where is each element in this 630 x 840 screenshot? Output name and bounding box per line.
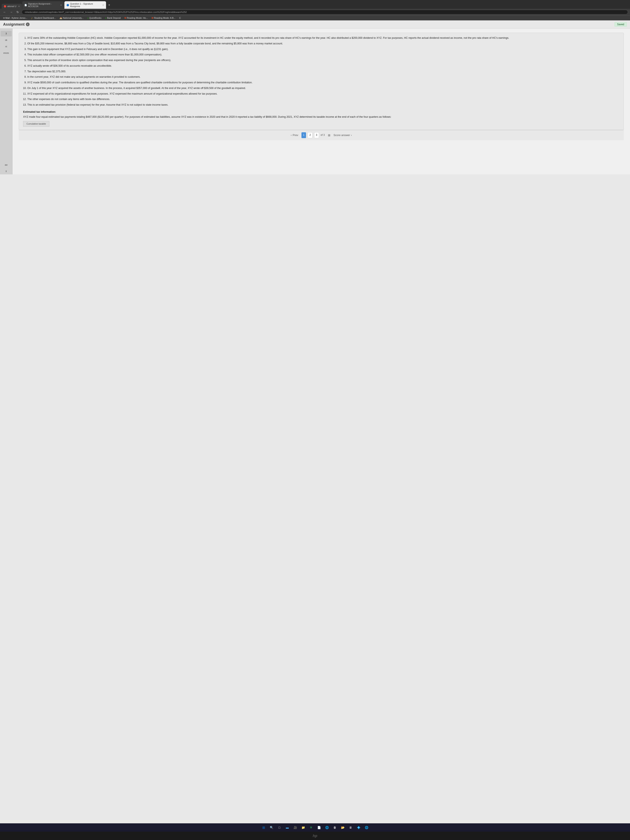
bookmark-reading2-label: Reading Mode: A B... bbox=[154, 17, 175, 19]
tab-bar: 🔴 ational U ✕ 📄 Signature Assignment - A… bbox=[0, 0, 630, 9]
question-text-7: Tax depreciation was $2,375,000. bbox=[27, 70, 66, 73]
page-num-1[interactable]: 1 bbox=[302, 132, 306, 138]
taskbar-monitor[interactable]: 🖥 bbox=[348, 824, 354, 831]
question-item-12: The other expenses do not contain any it… bbox=[27, 97, 619, 101]
taskbar-zoom-icon: 🎥 bbox=[294, 826, 297, 829]
dashboard-icon: 🎓 bbox=[31, 17, 33, 19]
windows-logo-icon: ⊞ bbox=[262, 826, 265, 830]
bookmark-quickbooks[interactable]: ● QuickBooks bbox=[86, 16, 103, 20]
page-header: Assignment i Saved bbox=[0, 21, 630, 28]
taskbar-windows-icon[interactable]: ⊞ bbox=[261, 824, 267, 831]
bookmark-reading1-label: Reading Mode: Ho... bbox=[127, 17, 148, 19]
question-item-4: This includes total officer compensation… bbox=[27, 53, 619, 57]
grid-view-icon[interactable]: ⊞ bbox=[328, 133, 330, 137]
page-num-2[interactable]: 2 bbox=[308, 132, 313, 138]
bookmarks-bar: ✉ Mail - Kylene Jonso... 🎓 Student Dashb… bbox=[0, 16, 630, 20]
sidebar-item-3[interactable]: 3 bbox=[1, 31, 12, 36]
taskbar-edge[interactable]: ▬ bbox=[284, 824, 290, 831]
score-label: Score answer bbox=[333, 134, 350, 137]
taskbar-task-view[interactable]: □ bbox=[276, 824, 282, 831]
reading-mode1-icon: M bbox=[125, 17, 126, 19]
question-item-10: On July 1 of this year XYZ acquired the … bbox=[27, 86, 619, 90]
sidebar-item-nt[interactable]: nt bbox=[1, 44, 12, 49]
taskbar-excel[interactable]: ✖ bbox=[308, 824, 314, 831]
sidebar-item-ll[interactable]: ll bbox=[1, 169, 12, 174]
score-answer-button[interactable]: Score answer › bbox=[333, 134, 352, 137]
cumulative-table-header: Cumulative taxable bbox=[23, 121, 49, 127]
question-list: XYZ owns 30% of the outstanding Hobble C… bbox=[27, 36, 619, 107]
taskbar-doc[interactable]: 📄 bbox=[316, 824, 322, 831]
taskbar-dropbox[interactable]: 💠 bbox=[355, 824, 362, 831]
hp-logo: hp bbox=[313, 834, 317, 838]
new-tab-button[interactable]: + bbox=[106, 2, 112, 8]
saved-badge: Saved bbox=[614, 22, 627, 27]
tab-close-sig[interactable]: ✕ bbox=[60, 4, 62, 6]
sidebar-item-aw[interactable]: aw bbox=[1, 162, 12, 168]
sidebar-item-ok[interactable]: ok bbox=[1, 37, 12, 43]
assignment-label-text: Assignment bbox=[3, 22, 25, 27]
taskbar-browser[interactable]: 🌐 bbox=[324, 824, 330, 831]
tab-national[interactable]: 🔴 ational U ✕ bbox=[2, 4, 22, 9]
address-bar-row: ← → ↻ mheducation.com/ext/map/index.html… bbox=[0, 9, 630, 16]
estimated-tax-header: Estimated tax information: bbox=[23, 110, 619, 114]
taskbar-chrome[interactable]: 🌐 bbox=[363, 824, 369, 831]
question-text-8: In the current year, XYZ did not make an… bbox=[27, 76, 141, 78]
browser-chrome: 🔴 ational U ✕ 📄 Signature Assignment - A… bbox=[0, 0, 630, 21]
forward-button[interactable]: → bbox=[9, 10, 14, 14]
page-num-3[interactable]: 3 bbox=[314, 132, 319, 138]
university-icon: 🏫 bbox=[60, 17, 62, 19]
taskbar-monitor-icon: 🖥 bbox=[349, 826, 352, 829]
question-item-8: In the current year, XYZ did not make an… bbox=[27, 75, 619, 79]
taskbar-doc-icon: 📄 bbox=[317, 826, 321, 829]
tab-sig-assignment[interactable]: 📄 Signature Assignment - ACC621N ✕ bbox=[22, 1, 64, 9]
sidebar: 3 ok nt ences aw ll bbox=[0, 28, 13, 174]
taskbar-edge-icon: ▬ bbox=[286, 826, 289, 829]
question-text-1: XYZ owns 30% of the outstanding Hobble C… bbox=[27, 36, 509, 39]
tab-icon-q1: 🔵 bbox=[66, 4, 69, 6]
tab-icon-national: 🔴 bbox=[4, 5, 6, 8]
taskbar-explorer[interactable]: 📁 bbox=[300, 824, 306, 831]
mail-icon: ✉ bbox=[3, 17, 5, 19]
sidebar-item-ences[interactable]: ences bbox=[1, 50, 12, 56]
bank-deposit-icon: ● bbox=[105, 17, 106, 19]
assignment-info-icon[interactable]: i bbox=[26, 22, 30, 26]
bookmark-university-label: National University... bbox=[63, 17, 84, 19]
taskbar-excel-icon: ✖ bbox=[310, 826, 312, 829]
bookmark-reading-mode-2[interactable]: M Reading Mode: A B... bbox=[151, 16, 177, 20]
taskbar-trash[interactable]: 🗑 bbox=[332, 824, 338, 831]
reading-mode2-icon: M bbox=[152, 17, 153, 19]
tab-close-national[interactable]: ✕ bbox=[18, 5, 20, 8]
bookmark-mail-label: Mail - Kylene Jonso... bbox=[5, 17, 27, 19]
question-item-3: This gain is from equipment that XYZ pur… bbox=[27, 47, 619, 51]
taskbar-explorer-icon: 📁 bbox=[302, 826, 305, 829]
taskbar-zoom[interactable]: 🎥 bbox=[292, 824, 298, 831]
address-bar[interactable]: mheducation.com/ext/map/index.html?_con=… bbox=[22, 10, 628, 14]
page-numbers: 1 2 3 of 3 bbox=[302, 132, 325, 138]
prev-label: Prev bbox=[293, 134, 298, 137]
bookmark-reading-mode-1[interactable]: M Reading Mode: Ho... bbox=[123, 16, 149, 20]
bookmark-national-university[interactable]: 🏫 National University... bbox=[58, 16, 85, 20]
prev-button[interactable]: ‹ Prev bbox=[291, 134, 298, 137]
refresh-button[interactable]: ↻ bbox=[16, 10, 20, 14]
taskbar-search-icon: 🔍 bbox=[270, 826, 273, 829]
question-text-13: This is an estimated tax provision (fede… bbox=[27, 103, 168, 106]
question-text-2: Of the $35,200 interest income, $8,800 w… bbox=[27, 42, 283, 45]
bottom-nav: ‹ Prev 1 2 3 of 3 ⊞ Score answer › bbox=[19, 130, 624, 140]
taskbar-folder[interactable]: 📂 bbox=[340, 824, 346, 831]
prev-arrow-icon: ‹ bbox=[291, 134, 292, 137]
question-text-11: XYZ expensed all of its organizational e… bbox=[27, 92, 218, 95]
bookmark-bank-deposit[interactable]: ● Bank Deposit bbox=[104, 16, 122, 20]
taskbar-search[interactable]: 🔍 bbox=[268, 824, 275, 831]
bookmark-student-dashboard[interactable]: 🎓 Student Dashboard... bbox=[30, 16, 57, 20]
tab-icon-sig: 📄 bbox=[24, 4, 27, 6]
question-text-10: On July 1 of this year XYZ acquired the … bbox=[27, 87, 246, 90]
tab-question1[interactable]: 🔵 Question 1 - Signature Assignme ✕ bbox=[65, 1, 106, 9]
tab-label-q1: Question 1 - Signature Assignme bbox=[70, 3, 100, 8]
of-label: of 3 bbox=[321, 133, 325, 137]
question-content-box: XYZ owns 30% of the outstanding Hobble C… bbox=[19, 33, 624, 130]
question-item-6: XYZ actually wrote off $36,500 of its ac… bbox=[27, 64, 619, 68]
bookmark-c[interactable]: C bbox=[178, 16, 182, 20]
bookmark-mail[interactable]: ✉ Mail - Kylene Jonso... bbox=[2, 16, 28, 20]
back-button[interactable]: ← bbox=[2, 10, 7, 14]
tab-close-q1[interactable]: ✕ bbox=[102, 4, 104, 6]
